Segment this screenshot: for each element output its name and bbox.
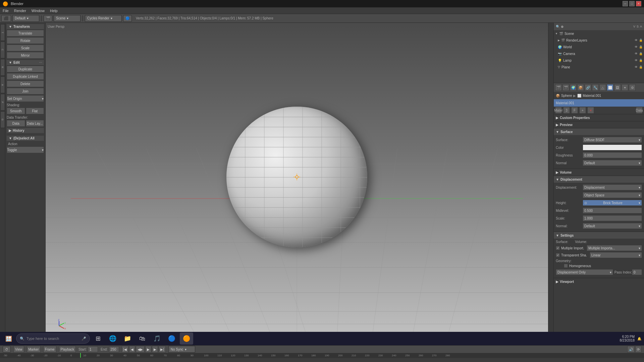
render-btn[interactable]: 🎬 bbox=[44, 15, 52, 22]
taskbar-app1[interactable]: 🔵 bbox=[165, 333, 178, 345]
roughness-value[interactable]: 0.000 bbox=[583, 152, 642, 158]
menu-file[interactable]: File bbox=[0, 7, 11, 14]
outliner-item-world[interactable]: 🌍 World 👁 🔒 bbox=[554, 44, 644, 50]
animation-tab[interactable]: A bbox=[0, 76, 5, 93]
height-dropdown[interactable]: ⊙ Brick Texture ▾ bbox=[583, 200, 642, 206]
translate-button[interactable]: Translate bbox=[7, 30, 44, 37]
outliner-item-plane[interactable]: ▽ Plane 👁 🔒 bbox=[554, 64, 644, 70]
physics-tab[interactable]: P bbox=[0, 94, 5, 111]
taskbar-store[interactable]: 🛍 bbox=[136, 333, 149, 345]
viewport-canvas[interactable]: User Persp bbox=[46, 23, 548, 345]
multiple-import-dropdown[interactable]: Multiple Importa...▾ bbox=[587, 245, 642, 251]
duplicate-linked-button[interactable]: Duplicate Linked bbox=[7, 73, 44, 80]
tools-tab[interactable]: T bbox=[0, 24, 5, 41]
edit-header[interactable]: ▼ Edit ⋯ bbox=[7, 60, 44, 65]
displacement-header[interactable]: ▼ Displacement bbox=[554, 176, 644, 183]
linear-dropdown[interactable]: Linear▾ bbox=[590, 252, 642, 258]
set-origin-button[interactable]: Set Origin▾ bbox=[7, 95, 44, 102]
toggle-button[interactable]: Toggle▾ bbox=[7, 146, 44, 153]
displacement-only-dropdown[interactable]: Displacement Only▾ bbox=[556, 269, 613, 275]
mat-new-btn[interactable]: + bbox=[579, 107, 586, 114]
disp-normal-dropdown[interactable]: Default ▾ bbox=[583, 223, 642, 229]
midlevel-value[interactable]: 0.500 bbox=[583, 207, 642, 214]
duplicate-button[interactable]: Duplicate bbox=[7, 66, 44, 72]
mat-delete-btn[interactable]: ✕ bbox=[587, 107, 594, 114]
timeline-start-input[interactable]: 1 bbox=[88, 346, 98, 352]
mat-data-btn[interactable]: Data bbox=[636, 107, 643, 114]
taskbar-search[interactable]: 🔍 Type here to search 🎤 bbox=[16, 334, 90, 344]
timeline-sync-btn[interactable]: ⟳ bbox=[635, 346, 641, 353]
mat-fake-user-btn[interactable]: F bbox=[571, 107, 578, 114]
menu-window[interactable]: Window bbox=[29, 7, 47, 14]
scale-button[interactable]: Scale bbox=[7, 45, 44, 51]
timeline-view-btn[interactable]: View bbox=[13, 346, 24, 353]
taskbar-music[interactable]: 🎵 bbox=[150, 333, 164, 345]
data-props-btn[interactable]: △ bbox=[599, 84, 606, 91]
timeline-marker-btn[interactable]: Marker bbox=[27, 346, 41, 353]
space-dropdown[interactable]: Object Space ▾ bbox=[583, 192, 642, 198]
scene-dropdown[interactable]: Scene▾ bbox=[54, 15, 80, 22]
outliner-item-camera[interactable]: 📷 Camera 👁 🔒 bbox=[554, 50, 644, 57]
mat-browse-btn[interactable]: Mater bbox=[555, 107, 562, 114]
timeline-end-input[interactable]: 250 bbox=[109, 346, 119, 352]
modifier-props-btn[interactable]: 🔧 bbox=[592, 84, 599, 91]
custom-properties-header[interactable]: ▶ Custom Properties bbox=[554, 114, 644, 121]
next-frame-btn[interactable]: ▶ bbox=[152, 346, 158, 353]
rotate-button[interactable]: Rotate bbox=[7, 37, 44, 44]
mat-num-btn[interactable]: 3 bbox=[563, 107, 570, 114]
taskbar-blender[interactable]: 🟠 bbox=[180, 333, 193, 345]
grease-tab[interactable]: G bbox=[0, 111, 5, 128]
goto-end-btn[interactable]: ▶| bbox=[159, 346, 166, 353]
object-props-btn[interactable]: 📦 bbox=[577, 84, 584, 91]
goto-start-btn[interactable]: |◀ bbox=[122, 346, 129, 353]
surface-type-dropdown[interactable]: Diffuse BSDF ▾ bbox=[583, 137, 642, 143]
surface-header[interactable]: ▼ Surface bbox=[554, 128, 644, 135]
physics-props-btn[interactable]: ⚙ bbox=[629, 84, 636, 91]
create-tab[interactable]: C bbox=[0, 42, 5, 58]
timeline-icon-btn[interactable]: ⏱ bbox=[3, 346, 11, 353]
material-props-btn active[interactable]: ⬜ bbox=[607, 84, 613, 91]
menu-help[interactable]: Help bbox=[47, 7, 60, 14]
preview-header[interactable]: ▶ Preview bbox=[554, 121, 644, 128]
flat-button[interactable]: Flat bbox=[26, 108, 44, 114]
scene-props-btn[interactable]: 🎬 bbox=[562, 84, 569, 91]
start-button[interactable]: 🪟 bbox=[3, 333, 15, 345]
prev-frame-btn[interactable]: ◀ bbox=[129, 346, 135, 353]
taskbar-taskview[interactable]: ⊞ bbox=[91, 333, 105, 345]
homogeneous-checkbox[interactable] bbox=[564, 264, 568, 268]
play-back-btn[interactable]: ◀▶ bbox=[136, 346, 145, 353]
outliner-item-lamp[interactable]: 💡 Lamp 👁 🔒 bbox=[554, 57, 644, 64]
constraint-props-btn[interactable]: 🔗 bbox=[585, 84, 591, 91]
render-engine-dropdown[interactable]: Cycles Render▾ bbox=[85, 15, 122, 22]
outliner-item-renderlayers[interactable]: ▶ 🎬 RenderLayers 👁 🔒 bbox=[554, 37, 644, 44]
settings-header[interactable]: ▼ Settings bbox=[554, 232, 644, 239]
viewport-3d[interactable]: User Persp bbox=[46, 23, 548, 345]
pass-index-value[interactable]: 0 bbox=[632, 269, 642, 275]
timeline-playback-btn[interactable]: Playback bbox=[59, 346, 76, 353]
maximize-button[interactable]: □ bbox=[629, 1, 635, 6]
texture-props-btn[interactable]: 🖼 bbox=[614, 84, 621, 91]
editor-type-dropdown[interactable]: Default▾ bbox=[12, 15, 39, 22]
render-props-btn[interactable]: 🎬 bbox=[555, 84, 562, 91]
timeline-frame-btn[interactable]: Frame bbox=[43, 346, 56, 353]
color-swatch[interactable] bbox=[583, 144, 642, 150]
sync-dropdown[interactable]: No Sync▾ bbox=[168, 346, 195, 353]
data-button[interactable]: Data bbox=[7, 120, 25, 127]
multiple-import-checkbox[interactable]: ✓ bbox=[556, 246, 560, 250]
taskbar-edge[interactable]: 🌐 bbox=[106, 333, 119, 345]
viewport-section-header[interactable]: ▶ Viewport bbox=[554, 278, 644, 285]
close-button[interactable]: ✕ bbox=[636, 1, 641, 6]
displacement-type-dropdown[interactable]: Displacement ▾ bbox=[583, 184, 642, 190]
scale-value[interactable]: 1.000 bbox=[583, 215, 642, 221]
world-props-btn[interactable]: 🌍 bbox=[570, 84, 577, 91]
editor-icon-btn[interactable]: ⬛ bbox=[1, 15, 11, 22]
data-lay-button[interactable]: Data Lay... bbox=[26, 120, 44, 127]
normal-dropdown[interactable]: Default ▾ bbox=[583, 160, 642, 166]
smooth-button[interactable]: Smooth bbox=[7, 108, 25, 114]
volume-header[interactable]: ▶ Volume bbox=[554, 169, 644, 176]
taskbar-notification[interactable]: 🔔 bbox=[637, 337, 641, 341]
minimize-button[interactable]: ─ bbox=[623, 1, 628, 6]
play-btn[interactable]: ▶ bbox=[145, 346, 151, 353]
taskbar-explorer[interactable]: 📁 bbox=[121, 333, 134, 345]
join-button[interactable]: Join bbox=[7, 88, 44, 95]
